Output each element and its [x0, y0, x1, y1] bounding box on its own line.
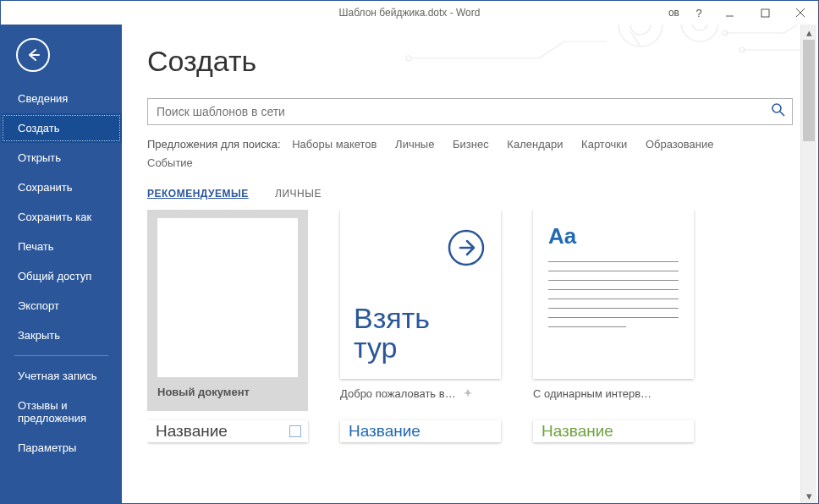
- nav-options[interactable]: Параметры: [1, 433, 122, 463]
- svg-point-6: [681, 25, 718, 41]
- nav-account[interactable]: Учетная запись: [1, 361, 122, 391]
- close-button[interactable]: [783, 1, 818, 25]
- suggestion-link[interactable]: Наборы макетов: [292, 135, 377, 154]
- svg-point-9: [723, 30, 728, 36]
- search-input[interactable]: [147, 98, 793, 125]
- suggestion-link[interactable]: Событие: [147, 154, 193, 173]
- template-card-stub[interactable]: Название: [533, 420, 694, 442]
- scroll-thumb[interactable]: [803, 40, 815, 141]
- suggestion-link[interactable]: Календари: [507, 135, 563, 154]
- aa-glyph: Aa: [548, 223, 679, 249]
- svg-point-5: [630, 25, 651, 35]
- scroll-up-icon[interactable]: ▴: [801, 25, 816, 40]
- nav-primary: Сведения Создать Открыть Сохранить Сохра…: [1, 84, 122, 463]
- tab-personal[interactable]: ЛИЧНЫЕ: [275, 188, 322, 200]
- pin-icon[interactable]: [464, 387, 473, 400]
- tab-featured[interactable]: РЕКОМЕНДУЕМЫЕ: [147, 188, 249, 200]
- nav-save[interactable]: Сохранить: [1, 173, 122, 202]
- nav-open[interactable]: Открыть: [1, 143, 122, 173]
- minimize-button[interactable]: [712, 1, 747, 25]
- template-card-stub[interactable]: Название: [340, 420, 501, 442]
- svg-line-12: [780, 112, 784, 116]
- maximize-button[interactable]: [747, 1, 783, 25]
- nav-print[interactable]: Печать: [1, 232, 122, 261]
- account-name-fragment[interactable]: ов: [668, 7, 679, 19]
- template-caption: Новый документ: [157, 386, 308, 398]
- nav-new[interactable]: Создать: [1, 113, 122, 143]
- tour-thumb: Взять тур: [340, 210, 501, 379]
- template-card-stub[interactable]: Название: [147, 420, 308, 442]
- template-card-blank[interactable]: Новый документ: [147, 210, 308, 400]
- spacing-thumb: Aa: [533, 210, 694, 379]
- template-gallery-wrap: Новый документ Взять тур: [132, 203, 818, 503]
- panel-scrollbar[interactable]: ▴ ▾: [800, 25, 816, 503]
- nav-feedback[interactable]: Отзывы и предложения: [1, 391, 122, 433]
- app-window: Шаблон бейджика.dotx - Word ов ? Сведени…: [0, 0, 819, 504]
- template-card-single-spacing[interactable]: Aa С одинарным интерв…: [533, 210, 694, 400]
- search-suggestions: Предложения для поиска: Наборы макетов Л…: [147, 135, 793, 173]
- nav-separator: [14, 355, 108, 356]
- template-search: [147, 98, 793, 125]
- template-caption: С одинарным интерв…: [533, 387, 694, 400]
- page-title: Создать: [147, 45, 818, 78]
- suggestions-label: Предложения для поиска:: [147, 138, 281, 151]
- nav-share[interactable]: Общий доступ: [1, 261, 122, 291]
- arrow-left-icon: [25, 47, 41, 63]
- text-lines-icon: [548, 261, 679, 327]
- square-icon: [289, 425, 301, 437]
- svg-point-4: [618, 25, 662, 47]
- suggestion-link[interactable]: Образование: [646, 135, 714, 154]
- help-button[interactable]: ?: [686, 1, 712, 25]
- template-gallery: Новый документ Взять тур: [147, 210, 798, 503]
- backstage-sidebar: Сведения Создать Открыть Сохранить Сохра…: [1, 25, 122, 503]
- tour-text-2: тур: [354, 331, 397, 364]
- nav-export[interactable]: Экспорт: [1, 291, 122, 320]
- scroll-track[interactable]: [801, 40, 816, 488]
- template-tabs: РЕКОМЕНДУЕМЫЕ ЛИЧНЫЕ: [147, 188, 793, 200]
- blank-thumb: [147, 210, 308, 411]
- svg-rect-1: [761, 9, 769, 17]
- nav-save-as[interactable]: Сохранить как: [1, 202, 122, 232]
- main-panel: Создать Предложения для поиска: Наборы м…: [122, 25, 818, 503]
- template-card-tour[interactable]: Взять тур Добро пожаловать в…: [340, 210, 501, 400]
- nav-close[interactable]: Закрыть: [1, 320, 122, 350]
- template-caption: Добро пожаловать в…: [340, 387, 456, 400]
- back-button[interactable]: [16, 38, 50, 72]
- svg-point-7: [692, 25, 707, 30]
- svg-point-11: [772, 104, 781, 112]
- arrow-right-circle-icon: [447, 228, 486, 270]
- tour-text-1: Взять: [354, 302, 430, 334]
- search-icon[interactable]: [771, 102, 786, 120]
- nav-info[interactable]: Сведения: [1, 84, 122, 113]
- scroll-down-icon[interactable]: ▾: [801, 488, 816, 503]
- titlebar: Шаблон бейджика.dotx - Word ов ?: [1, 1, 818, 25]
- suggestion-link[interactable]: Личные: [395, 135, 434, 154]
- suggestion-link[interactable]: Карточки: [581, 135, 627, 154]
- suggestion-link[interactable]: Бизнес: [453, 135, 489, 154]
